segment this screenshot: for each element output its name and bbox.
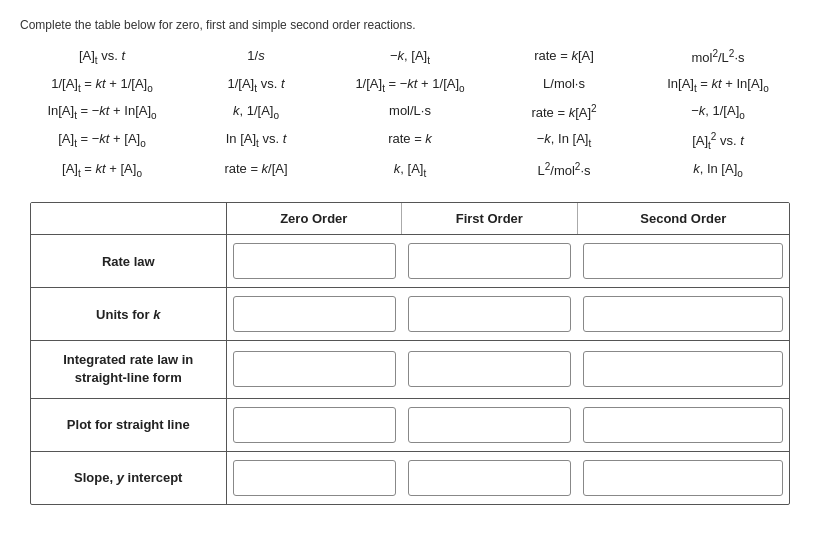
table-row: Slope, y intercept bbox=[31, 451, 789, 504]
drag-items-area: [A]t vs. t 1/s −k, [A]t rate = k[A] mol2… bbox=[20, 46, 800, 180]
drag-item-18[interactable]: −k, In [A]t bbox=[492, 129, 636, 153]
drag-item-9[interactable]: In[A]t = kt + In[A]o bbox=[646, 74, 790, 96]
cell-rate-law-second bbox=[577, 235, 789, 288]
drag-item-8[interactable]: L/mol·s bbox=[492, 74, 636, 96]
drop-box-units-k-zero[interactable] bbox=[233, 296, 396, 332]
drop-box-plot-second[interactable] bbox=[583, 407, 783, 443]
col-header-zero: Zero Order bbox=[226, 203, 402, 235]
cell-units-k-zero bbox=[226, 288, 402, 341]
table-wrapper: Zero Order First Order Second Order Rate… bbox=[30, 202, 790, 504]
drag-item-20[interactable]: [A]t = kt + [A]o bbox=[30, 159, 174, 181]
cell-integrated-zero bbox=[226, 341, 402, 398]
drop-box-rate-law-first[interactable] bbox=[408, 243, 572, 279]
reactions-table: Zero Order First Order Second Order Rate… bbox=[31, 203, 789, 503]
instruction-text: Complete the table below for zero, first… bbox=[20, 18, 800, 32]
drag-item-2[interactable]: −k, [A]t bbox=[338, 46, 482, 68]
row-label-units-k: Units for k bbox=[31, 288, 226, 341]
drop-box-slope-zero[interactable] bbox=[233, 460, 396, 496]
col-header-first: First Order bbox=[402, 203, 578, 235]
drag-item-1[interactable]: 1/s bbox=[184, 46, 328, 68]
drop-box-slope-second[interactable] bbox=[583, 460, 783, 496]
cell-rate-law-zero bbox=[226, 235, 402, 288]
cell-slope-zero bbox=[226, 451, 402, 504]
table-row: Units for k bbox=[31, 288, 789, 341]
drag-item-19[interactable]: [A]t2 vs. t bbox=[646, 129, 790, 153]
drag-item-17[interactable]: rate = k bbox=[338, 129, 482, 153]
cell-integrated-second bbox=[577, 341, 789, 398]
drag-item-15[interactable]: [A]t = −kt + [A]o bbox=[30, 129, 174, 153]
row-label-integrated: Integrated rate law instraight-line form bbox=[31, 341, 226, 398]
row-label-rate-law: Rate law bbox=[31, 235, 226, 288]
drop-box-integrated-zero[interactable] bbox=[233, 351, 396, 387]
drag-item-5[interactable]: 1/[A]t = kt + 1/[A]o bbox=[30, 74, 174, 96]
drag-item-22[interactable]: k, [A]t bbox=[338, 159, 482, 181]
cell-plot-zero bbox=[226, 398, 402, 451]
drop-box-rate-law-second[interactable] bbox=[583, 243, 783, 279]
drag-item-7[interactable]: 1/[A]t = −kt + 1/[A]o bbox=[338, 74, 482, 96]
drop-box-slope-first[interactable] bbox=[408, 460, 572, 496]
drop-box-plot-first[interactable] bbox=[408, 407, 572, 443]
row-label-plot: Plot for straight line bbox=[31, 398, 226, 451]
drag-item-14[interactable]: −k, 1/[A]o bbox=[646, 101, 790, 123]
drop-box-plot-zero[interactable] bbox=[233, 407, 396, 443]
col-header-label bbox=[31, 203, 226, 235]
drop-box-units-k-second[interactable] bbox=[583, 296, 783, 332]
cell-slope-first bbox=[402, 451, 578, 504]
drag-item-21[interactable]: rate = k/[A] bbox=[184, 159, 328, 181]
table-row: Rate law bbox=[31, 235, 789, 288]
table-row: Plot for straight line bbox=[31, 398, 789, 451]
col-header-second: Second Order bbox=[577, 203, 789, 235]
drop-box-integrated-first[interactable] bbox=[408, 351, 572, 387]
table-row: Integrated rate law instraight-line form bbox=[31, 341, 789, 398]
cell-units-k-first bbox=[402, 288, 578, 341]
drag-item-24[interactable]: k, In [A]o bbox=[646, 159, 790, 181]
drag-item-0[interactable]: [A]t vs. t bbox=[30, 46, 174, 68]
drag-item-12[interactable]: mol/L·s bbox=[338, 101, 482, 123]
cell-units-k-second bbox=[577, 288, 789, 341]
cell-rate-law-first bbox=[402, 235, 578, 288]
drag-item-11[interactable]: k, 1/[A]o bbox=[184, 101, 328, 123]
drop-box-rate-law-zero[interactable] bbox=[233, 243, 396, 279]
drag-item-10[interactable]: In[A]t = −kt + In[A]o bbox=[30, 101, 174, 123]
row-label-slope: Slope, y intercept bbox=[31, 451, 226, 504]
drag-item-4[interactable]: mol2/L2·s bbox=[646, 46, 790, 68]
drop-box-integrated-second[interactable] bbox=[583, 351, 783, 387]
drag-item-16[interactable]: In [A]t vs. t bbox=[184, 129, 328, 153]
drop-box-units-k-first[interactable] bbox=[408, 296, 572, 332]
cell-plot-first bbox=[402, 398, 578, 451]
drag-item-13[interactable]: rate = k[A]2 bbox=[492, 101, 636, 123]
drag-item-6[interactable]: 1/[A]t vs. t bbox=[184, 74, 328, 96]
drag-item-23[interactable]: L2/mol2·s bbox=[492, 159, 636, 181]
cell-integrated-first bbox=[402, 341, 578, 398]
cell-plot-second bbox=[577, 398, 789, 451]
cell-slope-second bbox=[577, 451, 789, 504]
drag-item-3[interactable]: rate = k[A] bbox=[492, 46, 636, 68]
